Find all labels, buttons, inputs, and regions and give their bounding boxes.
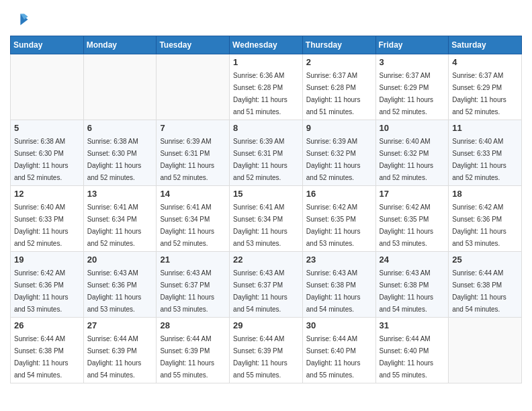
weekday-header-row: SundayMondayTuesdayWednesdayThursdayFrid… (11, 36, 522, 54)
calendar-cell: 30 Sunrise: 6:44 AMSunset: 6:40 PMDaylig… (302, 318, 375, 383)
day-info: Sunrise: 6:37 AMSunset: 6:29 PMDaylight:… (452, 72, 506, 116)
weekday-header-tuesday: Tuesday (157, 36, 230, 54)
day-info: Sunrise: 6:41 AMSunset: 6:34 PMDaylight:… (160, 203, 214, 247)
day-info: Sunrise: 6:37 AMSunset: 6:29 PMDaylight:… (380, 72, 434, 116)
day-number: 22 (233, 255, 299, 265)
day-number: 15 (233, 189, 299, 199)
day-number: 1 (233, 57, 299, 67)
day-info: Sunrise: 6:44 AMSunset: 6:39 PMDaylight:… (87, 335, 142, 379)
day-number: 4 (452, 57, 518, 67)
calendar-cell: 6 Sunrise: 6:38 AMSunset: 6:30 PMDayligh… (83, 120, 157, 186)
calendar-cell (11, 54, 84, 120)
day-info: Sunrise: 6:43 AMSunset: 6:36 PMDaylight:… (87, 269, 142, 313)
day-number: 9 (306, 123, 372, 133)
calendar-cell: 11 Sunrise: 6:40 AMSunset: 6:33 PMDaylig… (449, 120, 522, 186)
day-info: Sunrise: 6:42 AMSunset: 6:35 PMDaylight:… (380, 203, 434, 247)
day-number: 3 (380, 57, 445, 67)
day-info: Sunrise: 6:37 AMSunset: 6:28 PMDaylight:… (306, 72, 361, 116)
calendar-cell: 18 Sunrise: 6:42 AMSunset: 6:36 PMDaylig… (449, 186, 522, 252)
weekday-header-friday: Friday (375, 36, 449, 54)
calendar-cell: 5 Sunrise: 6:38 AMSunset: 6:30 PMDayligh… (11, 120, 84, 186)
calendar-cell: 9 Sunrise: 6:39 AMSunset: 6:32 PMDayligh… (302, 120, 375, 186)
calendar-cell: 27 Sunrise: 6:44 AMSunset: 6:39 PMDaylig… (83, 318, 157, 383)
day-info: Sunrise: 6:40 AMSunset: 6:33 PMDaylight:… (452, 138, 506, 181)
day-info: Sunrise: 6:42 AMSunset: 6:36 PMDaylight:… (452, 203, 506, 247)
day-number: 16 (306, 189, 372, 199)
calendar-cell: 13 Sunrise: 6:41 AMSunset: 6:34 PMDaylig… (83, 186, 157, 252)
logo-icon (10, 10, 29, 29)
day-number: 7 (160, 123, 226, 133)
day-info: Sunrise: 6:38 AMSunset: 6:30 PMDaylight:… (87, 138, 142, 181)
calendar-cell: 1 Sunrise: 6:36 AMSunset: 6:28 PMDayligh… (230, 54, 303, 120)
calendar-cell: 19 Sunrise: 6:42 AMSunset: 6:36 PMDaylig… (11, 252, 84, 318)
calendar-week-row: 12 Sunrise: 6:40 AMSunset: 6:33 PMDaylig… (11, 186, 522, 252)
calendar-cell: 3 Sunrise: 6:37 AMSunset: 6:29 PMDayligh… (375, 54, 449, 120)
weekday-header-monday: Monday (83, 36, 157, 54)
day-info: Sunrise: 6:44 AMSunset: 6:38 PMDaylight:… (14, 335, 69, 379)
day-info: Sunrise: 6:44 AMSunset: 6:38 PMDaylight:… (452, 269, 506, 313)
day-number: 11 (452, 123, 518, 133)
day-number: 19 (14, 255, 80, 265)
calendar-week-row: 5 Sunrise: 6:38 AMSunset: 6:30 PMDayligh… (11, 120, 522, 186)
logo (10, 10, 32, 29)
weekday-header-thursday: Thursday (302, 36, 375, 54)
day-info: Sunrise: 6:40 AMSunset: 6:33 PMDaylight:… (14, 203, 69, 247)
calendar-cell (157, 54, 230, 120)
day-number: 28 (160, 320, 226, 330)
day-number: 14 (160, 189, 226, 199)
weekday-header-wednesday: Wednesday (230, 36, 303, 54)
day-number: 10 (380, 123, 445, 133)
day-number: 13 (87, 189, 153, 199)
day-number: 25 (452, 255, 518, 265)
calendar-week-row: 26 Sunrise: 6:44 AMSunset: 6:38 PMDaylig… (11, 318, 522, 383)
calendar-week-row: 19 Sunrise: 6:42 AMSunset: 6:36 PMDaylig… (11, 252, 522, 318)
day-number: 12 (14, 189, 80, 199)
day-info: Sunrise: 6:44 AMSunset: 6:40 PMDaylight:… (380, 335, 434, 379)
calendar-table: SundayMondayTuesdayWednesdayThursdayFrid… (10, 36, 522, 383)
calendar-cell (83, 54, 157, 120)
calendar-cell: 24 Sunrise: 6:43 AMSunset: 6:38 PMDaylig… (375, 252, 449, 318)
day-number: 17 (380, 189, 445, 199)
calendar-cell: 15 Sunrise: 6:41 AMSunset: 6:34 PMDaylig… (230, 186, 303, 252)
day-number: 21 (160, 255, 226, 265)
day-info: Sunrise: 6:39 AMSunset: 6:31 PMDaylight:… (160, 138, 214, 181)
day-number: 24 (380, 255, 445, 265)
day-info: Sunrise: 6:43 AMSunset: 6:38 PMDaylight:… (306, 269, 361, 313)
calendar-cell: 17 Sunrise: 6:42 AMSunset: 6:35 PMDaylig… (375, 186, 449, 252)
calendar-cell: 2 Sunrise: 6:37 AMSunset: 6:28 PMDayligh… (302, 54, 375, 120)
day-number: 20 (87, 255, 153, 265)
calendar-cell: 7 Sunrise: 6:39 AMSunset: 6:31 PMDayligh… (157, 120, 230, 186)
calendar-cell: 16 Sunrise: 6:42 AMSunset: 6:35 PMDaylig… (302, 186, 375, 252)
calendar-cell: 28 Sunrise: 6:44 AMSunset: 6:39 PMDaylig… (157, 318, 230, 383)
day-info: Sunrise: 6:36 AMSunset: 6:28 PMDaylight:… (233, 72, 287, 116)
calendar-cell: 31 Sunrise: 6:44 AMSunset: 6:40 PMDaylig… (375, 318, 449, 383)
day-number: 26 (14, 320, 80, 330)
calendar-cell: 23 Sunrise: 6:43 AMSunset: 6:38 PMDaylig… (302, 252, 375, 318)
weekday-header-saturday: Saturday (449, 36, 522, 54)
day-number: 29 (233, 320, 299, 330)
day-info: Sunrise: 6:39 AMSunset: 6:31 PMDaylight:… (233, 138, 287, 181)
day-info: Sunrise: 6:41 AMSunset: 6:34 PMDaylight:… (233, 203, 287, 247)
day-number: 6 (87, 123, 153, 133)
day-number: 8 (233, 123, 299, 133)
calendar-cell: 25 Sunrise: 6:44 AMSunset: 6:38 PMDaylig… (449, 252, 522, 318)
calendar-cell: 20 Sunrise: 6:43 AMSunset: 6:36 PMDaylig… (83, 252, 157, 318)
calendar-cell: 8 Sunrise: 6:39 AMSunset: 6:31 PMDayligh… (230, 120, 303, 186)
day-info: Sunrise: 6:43 AMSunset: 6:37 PMDaylight:… (233, 269, 287, 313)
calendar-cell: 29 Sunrise: 6:44 AMSunset: 6:39 PMDaylig… (230, 318, 303, 383)
day-number: 31 (380, 320, 445, 330)
calendar-cell: 21 Sunrise: 6:43 AMSunset: 6:37 PMDaylig… (157, 252, 230, 318)
calendar-cell (449, 318, 522, 383)
page-header (10, 10, 522, 29)
day-number: 18 (452, 189, 518, 199)
day-info: Sunrise: 6:41 AMSunset: 6:34 PMDaylight:… (87, 203, 142, 247)
day-info: Sunrise: 6:44 AMSunset: 6:39 PMDaylight:… (233, 335, 287, 379)
day-info: Sunrise: 6:40 AMSunset: 6:32 PMDaylight:… (380, 138, 434, 181)
day-number: 30 (306, 320, 372, 330)
day-info: Sunrise: 6:43 AMSunset: 6:37 PMDaylight:… (160, 269, 214, 313)
calendar-cell: 12 Sunrise: 6:40 AMSunset: 6:33 PMDaylig… (11, 186, 84, 252)
day-number: 2 (306, 57, 372, 67)
day-info: Sunrise: 6:42 AMSunset: 6:36 PMDaylight:… (14, 269, 69, 313)
calendar-cell: 26 Sunrise: 6:44 AMSunset: 6:38 PMDaylig… (11, 318, 84, 383)
weekday-header-sunday: Sunday (11, 36, 84, 54)
